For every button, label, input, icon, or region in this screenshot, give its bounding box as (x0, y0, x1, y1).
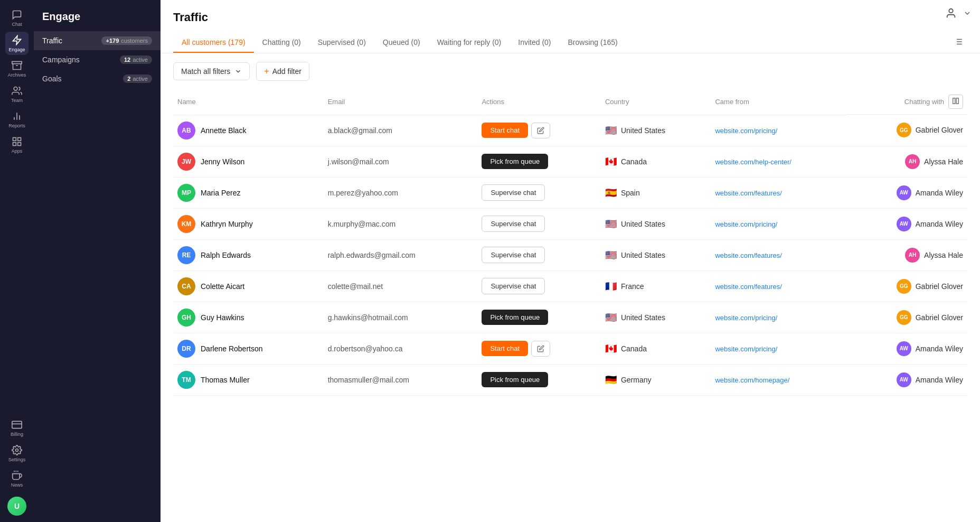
nav-item-reports[interactable]: Reports (5, 108, 29, 131)
user-profile-icon[interactable] (945, 7, 957, 21)
supervise-chat-button[interactable]: Supervise chat (482, 216, 545, 232)
table-row: JW Jenny Wilson j.wilson@mail.com Pick f… (173, 146, 967, 177)
customer-email-cell: j.wilson@mail.com (324, 146, 478, 177)
came-from-link[interactable]: website.com/features/ (715, 251, 781, 259)
edit-contact-button[interactable] (531, 123, 550, 138)
country-cell: 🇨🇦 Canada (601, 146, 711, 177)
chatting-with-cell: AH Alyssa Hale (847, 239, 967, 271)
came-from-link[interactable]: website.com/pricing/ (715, 314, 777, 322)
tab-supervised[interactable]: Supervised (0) (309, 33, 374, 53)
customer-email-cell: m.perez@yahoo.com (324, 177, 478, 208)
chatting-with-cell: AW Amanda Wiley (847, 364, 967, 395)
start-chat-button[interactable]: Start chat (482, 341, 528, 356)
svg-rect-9 (18, 142, 21, 145)
sidebar-item-goals-label: Goals (42, 74, 62, 83)
action-cell: Supervise chat (477, 239, 601, 271)
table-row: MP Maria Perez m.perez@yahoo.com Supervi… (173, 177, 967, 208)
customer-name-cell: CA Colette Aicart (173, 271, 324, 302)
came-from-link[interactable]: website.com/features/ (715, 189, 781, 197)
main-panel: Traffic All customers (179) Chatting (0)… (161, 0, 980, 522)
table-row: RE Ralph Edwards ralph.edwards@gmail.com… (173, 239, 967, 271)
agent-avatar: AW (897, 341, 911, 356)
customer-name: Thomas Muller (201, 376, 250, 384)
came-from-cell: website.com/pricing/ (711, 302, 846, 333)
tab-queued[interactable]: Queued (0) (374, 33, 429, 53)
sidebar-item-goals[interactable]: Goals 2 active (34, 69, 161, 88)
agent-avatar: AW (897, 372, 911, 387)
came-from-link[interactable]: website.com/features/ (715, 283, 781, 291)
country-flag: 🇺🇸 (605, 312, 617, 323)
nav-item-billing[interactable]: Billing (5, 416, 29, 440)
came-from-link[interactable]: website.com/homepage/ (715, 376, 789, 384)
tab-browsing[interactable]: Browsing (165) (560, 33, 626, 53)
edit-contact-button[interactable] (531, 341, 550, 357)
svg-point-13 (16, 449, 18, 451)
tab-chatting[interactable]: Chatting (0) (254, 33, 309, 53)
customer-avatar: RE (177, 246, 195, 264)
country-cell: 🇩🇪 Germany (601, 364, 711, 395)
country-name: United States (621, 220, 665, 228)
agent-avatar: GG (897, 123, 911, 137)
came-from-cell: website.com/pricing/ (711, 115, 846, 146)
nav-item-chat[interactable]: Chat (5, 6, 29, 30)
nav-item-archives[interactable]: Archives (5, 57, 29, 80)
agent-name: Amanda Wiley (916, 376, 963, 384)
supervise-chat-button[interactable]: Supervise chat (482, 247, 545, 263)
customer-avatar: JW (177, 153, 195, 171)
customer-name: Darlene Robertson (201, 344, 263, 353)
pick-from-queue-button[interactable]: Pick from queue (482, 154, 548, 169)
customer-name: Jenny Wilson (201, 157, 244, 166)
customer-avatar: MP (177, 184, 195, 202)
top-right-controls (945, 7, 972, 21)
nav-item-settings[interactable]: Settings (5, 442, 29, 465)
chatting-with-cell: GG Gabriel Glover (847, 302, 967, 333)
nav-item-apps[interactable]: Apps (5, 133, 29, 156)
add-filter-button[interactable]: + Add filter (256, 62, 309, 81)
customer-avatar: DR (177, 340, 195, 358)
came-from-cell: website.com/homepage/ (711, 364, 846, 395)
agent-avatar: AW (897, 185, 911, 200)
start-chat-button[interactable]: Start chat (482, 123, 528, 138)
columns-filter-icon[interactable] (949, 33, 967, 53)
pick-from-queue-button[interactable]: Pick from queue (482, 310, 548, 325)
action-cell: Supervise chat (477, 271, 601, 302)
came-from-link[interactable]: website.com/pricing/ (715, 345, 777, 353)
customers-table-wrap: Name Email Actions Country Came from Cha… (161, 89, 980, 522)
came-from-link[interactable]: website.com/help-center/ (715, 158, 791, 166)
tab-all-customers[interactable]: All customers (179) (173, 33, 254, 53)
table-row: AB Annette Black a.black@gmail.com Start… (173, 115, 967, 146)
customer-email-cell: thomasmuller@mail.com (324, 364, 478, 395)
page-title: Traffic (173, 11, 967, 24)
sidebar-item-campaigns[interactable]: Campaigns 12 active (34, 50, 161, 69)
country-flag: 🇺🇸 (605, 125, 617, 136)
action-cell: Pick from queue (477, 146, 601, 177)
nav-item-news[interactable]: News (5, 467, 29, 490)
nav-item-team[interactable]: Team (5, 82, 29, 106)
customer-name-cell: RE Ralph Edwards (173, 239, 324, 271)
came-from-link[interactable]: website.com/pricing/ (715, 127, 777, 135)
match-filter-dropdown[interactable]: Match all filters (173, 62, 250, 80)
svg-rect-24 (956, 98, 958, 104)
user-avatar[interactable]: U (7, 497, 26, 516)
collapse-icon[interactable] (963, 9, 972, 20)
country-name: France (621, 282, 644, 291)
customer-email-cell: colette@mail.net (324, 271, 478, 302)
sidebar-item-traffic-label: Traffic (42, 36, 62, 45)
svg-point-3 (14, 87, 17, 90)
columns-toggle-button[interactable] (948, 95, 963, 109)
svg-rect-10 (13, 142, 16, 145)
nav-item-engage[interactable]: Engage (5, 32, 29, 55)
tab-invited[interactable]: Invited (0) (510, 33, 559, 53)
action-cell: Start chat (477, 115, 601, 146)
sidebar-item-traffic[interactable]: Traffic +179 customers (34, 31, 161, 50)
pick-from-queue-button[interactable]: Pick from queue (482, 372, 548, 387)
came-from-link[interactable]: website.com/pricing/ (715, 220, 777, 228)
supervise-chat-button[interactable]: Supervise chat (482, 278, 545, 294)
country-cell: 🇫🇷 France (601, 271, 711, 302)
supervise-chat-button[interactable]: Supervise chat (482, 184, 545, 201)
customer-email-cell: k.murphy@mac.com (324, 208, 478, 239)
agent-avatar: AW (897, 217, 911, 231)
chatting-with-cell: GG Gabriel Glover (847, 271, 967, 302)
tab-waiting[interactable]: Waiting for reply (0) (429, 33, 510, 53)
came-from-cell: website.com/features/ (711, 239, 846, 271)
